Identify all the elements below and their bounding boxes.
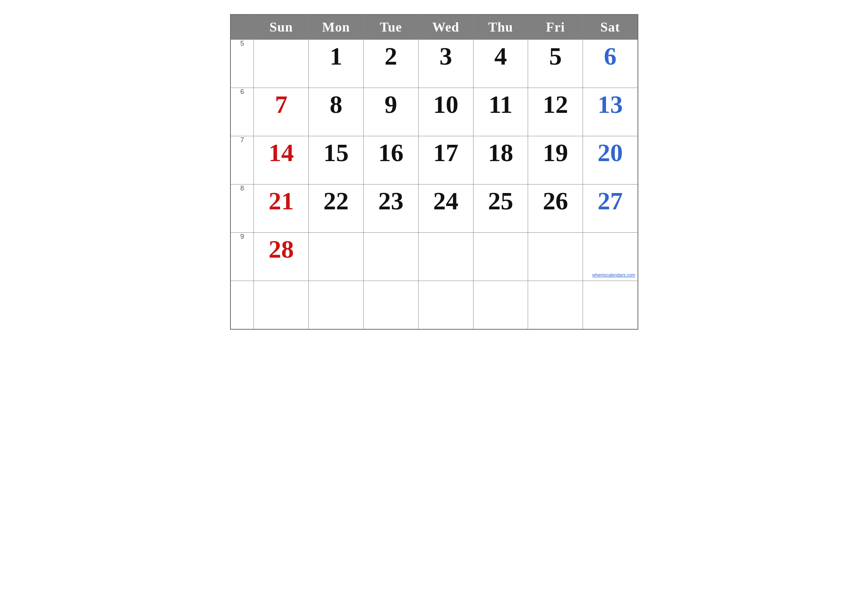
empty-day-cell — [418, 281, 473, 329]
day-number: 1 — [309, 40, 363, 69]
day-cell: 15 — [309, 136, 364, 185]
week-number: 9 — [231, 233, 254, 281]
day-number: 26 — [528, 185, 583, 214]
extra-row — [231, 281, 638, 329]
header-fri: Fri — [528, 14, 583, 40]
day-cell: 28 — [254, 233, 309, 281]
day-number: 6 — [583, 40, 637, 69]
week-number: 7 — [231, 136, 254, 185]
week-row: 821222324252627 — [231, 185, 638, 233]
empty-day-cell — [254, 281, 309, 329]
calendar-table: Sun Mon Tue Wed Thu Fri Sat 512345667891… — [230, 14, 638, 330]
week-number: 5 — [231, 40, 254, 88]
day-number: 27 — [583, 185, 637, 214]
day-number: 9 — [364, 88, 418, 117]
day-cell: 11 — [473, 88, 528, 136]
empty-week-number — [231, 281, 254, 329]
day-cell: 3 — [418, 40, 473, 88]
day-cell: wheniscalendars.com — [583, 233, 638, 281]
day-cell — [473, 233, 528, 281]
header-mon: Mon — [309, 14, 364, 40]
day-cell — [528, 233, 583, 281]
day-cell: 27 — [583, 185, 638, 233]
day-number: 4 — [474, 40, 528, 69]
day-cell — [363, 233, 418, 281]
day-cell: 9 — [363, 88, 418, 136]
day-cell — [254, 40, 309, 88]
day-cell: 16 — [363, 136, 418, 185]
header-tue: Tue — [363, 14, 418, 40]
watermark[interactable]: wheniscalendars.com — [583, 272, 637, 279]
day-cell: 21 — [254, 185, 309, 233]
day-number: 22 — [309, 185, 363, 214]
day-cell: 20 — [583, 136, 638, 185]
day-number: 24 — [418, 185, 473, 214]
day-cell: 22 — [309, 185, 364, 233]
day-number: 15 — [309, 136, 363, 165]
day-number: 20 — [583, 136, 637, 165]
day-number: 7 — [254, 88, 308, 117]
day-cell: 19 — [528, 136, 583, 185]
day-cell: 13 — [583, 88, 638, 136]
header-row: Sun Mon Tue Wed Thu Fri Sat — [231, 14, 638, 40]
day-number: 3 — [418, 40, 473, 69]
day-number: 23 — [364, 185, 418, 214]
day-cell: 14 — [254, 136, 309, 185]
day-cell — [309, 233, 364, 281]
day-cell: 25 — [473, 185, 528, 233]
header-sat: Sat — [583, 14, 638, 40]
header-thu: Thu — [473, 14, 528, 40]
day-cell: 6 — [583, 40, 638, 88]
day-number: 17 — [418, 136, 473, 165]
header-wed: Wed — [418, 14, 473, 40]
no-header — [231, 14, 254, 40]
day-number: 16 — [364, 136, 418, 165]
day-number: 11 — [474, 88, 528, 117]
day-number: 13 — [583, 88, 637, 117]
empty-day-cell — [583, 281, 638, 329]
day-cell — [418, 233, 473, 281]
header-sun: Sun — [254, 14, 309, 40]
day-number: 28 — [254, 233, 308, 262]
day-cell: 4 — [473, 40, 528, 88]
day-number: 8 — [309, 88, 363, 117]
empty-day-cell — [363, 281, 418, 329]
day-number: 18 — [474, 136, 528, 165]
week-row: 5123456 — [231, 40, 638, 88]
week-number: 6 — [231, 88, 254, 136]
day-cell: 18 — [473, 136, 528, 185]
day-cell: 10 — [418, 88, 473, 136]
day-number: 21 — [254, 185, 308, 214]
week-row: 714151617181920 — [231, 136, 638, 185]
day-cell: 5 — [528, 40, 583, 88]
day-cell: 7 — [254, 88, 309, 136]
day-number: 12 — [528, 88, 583, 117]
week-row: 678910111213 — [231, 88, 638, 136]
week-number: 8 — [231, 185, 254, 233]
day-cell: 23 — [363, 185, 418, 233]
empty-day-cell — [473, 281, 528, 329]
week-row: 928wheniscalendars.com — [231, 233, 638, 281]
day-cell: 24 — [418, 185, 473, 233]
calendar-container: Sun Mon Tue Wed Thu Fri Sat 512345667891… — [230, 8, 638, 330]
day-cell: 2 — [363, 40, 418, 88]
day-number: 25 — [474, 185, 528, 214]
day-number: 5 — [528, 40, 583, 69]
day-cell: 12 — [528, 88, 583, 136]
day-cell: 26 — [528, 185, 583, 233]
day-cell: 8 — [309, 88, 364, 136]
empty-day-cell — [309, 281, 364, 329]
day-cell: 1 — [309, 40, 364, 88]
day-number: 14 — [254, 136, 308, 165]
day-number: 19 — [528, 136, 583, 165]
day-cell: 17 — [418, 136, 473, 185]
day-number: 10 — [418, 88, 473, 117]
empty-day-cell — [528, 281, 583, 329]
day-number: 2 — [364, 40, 418, 69]
